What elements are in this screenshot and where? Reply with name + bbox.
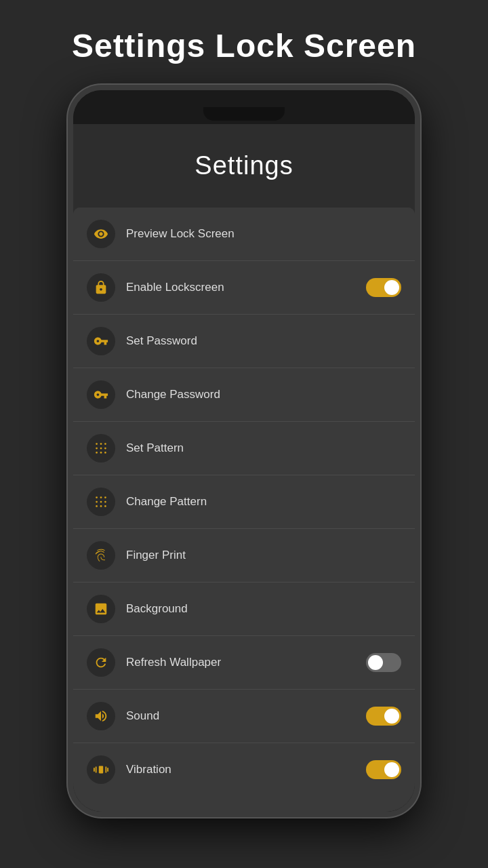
svg-point-4	[100, 448, 102, 450]
eye-icon	[87, 220, 115, 248]
screen-header: Settings	[73, 124, 415, 201]
finger-print-label: Finger Print	[126, 549, 401, 562]
settings-item-refresh-wallpaper[interactable]: Refresh Wallpaper	[73, 636, 415, 690]
pattern-icon	[87, 488, 115, 516]
preview-lock-screen-label: Preview Lock Screen	[126, 227, 401, 241]
set-password-label: Set Password	[126, 334, 401, 348]
enable-lockscreen-toggle[interactable]	[366, 278, 401, 297]
phone-screen: Settings Preview Lock ScreenEnable Locks…	[73, 124, 415, 812]
key-icon	[87, 380, 115, 409]
svg-point-14	[104, 501, 106, 503]
notch	[203, 107, 285, 121]
settings-item-set-password[interactable]: Set Password	[73, 315, 415, 368]
change-password-label: Change Password	[126, 388, 401, 401]
page-title: Settings Lock Screen	[72, 27, 416, 64]
phone-side-btn	[418, 226, 420, 267]
settings-item-vibration[interactable]: Vibration	[73, 743, 415, 796]
refresh-wallpaper-label: Refresh Wallpaper	[126, 656, 366, 669]
phone-top	[73, 90, 415, 124]
lock-icon	[87, 273, 115, 302]
phone-frame: Settings Preview Lock ScreenEnable Locks…	[68, 85, 420, 817]
svg-point-5	[104, 448, 106, 450]
svg-point-17	[104, 505, 106, 507]
settings-item-change-password[interactable]: Change Password	[73, 368, 415, 422]
refresh-wallpaper-toggle[interactable]	[366, 653, 401, 672]
svg-point-7	[100, 452, 102, 454]
background-label: Background	[126, 602, 401, 616]
fingerprint-icon	[87, 541, 115, 570]
settings-item-background[interactable]: Background	[73, 583, 415, 636]
vibration-icon	[87, 755, 115, 784]
svg-point-3	[96, 448, 98, 450]
change-pattern-label: Change Pattern	[126, 495, 401, 509]
settings-item-set-pattern[interactable]: Set Pattern	[73, 422, 415, 475]
svg-point-11	[104, 496, 106, 498]
vibration-toggle[interactable]	[366, 760, 401, 779]
settings-item-preview-lock-screen[interactable]: Preview Lock Screen	[73, 208, 415, 261]
svg-point-10	[100, 496, 102, 498]
settings-item-change-pattern[interactable]: Change Pattern	[73, 475, 415, 529]
sound-icon	[87, 702, 115, 730]
settings-item-sound[interactable]: Sound	[73, 690, 415, 743]
image-icon	[87, 595, 115, 623]
screen-title: Settings	[87, 151, 401, 180]
svg-point-8	[104, 452, 106, 454]
svg-point-9	[96, 496, 98, 498]
svg-point-13	[100, 501, 102, 503]
svg-point-6	[96, 452, 98, 454]
refresh-icon	[87, 648, 115, 677]
svg-point-1	[100, 443, 102, 445]
vibration-label: Vibration	[126, 763, 366, 776]
svg-point-12	[96, 501, 98, 503]
enable-lockscreen-label: Enable Lockscreen	[126, 281, 366, 294]
settings-item-finger-print[interactable]: Finger Print	[73, 529, 415, 583]
settings-list: Preview Lock ScreenEnable LockscreenSet …	[73, 208, 415, 812]
sound-label: Sound	[126, 709, 366, 723]
svg-point-2	[104, 443, 106, 445]
svg-point-0	[96, 443, 98, 445]
svg-point-16	[100, 505, 102, 507]
settings-item-enable-lockscreen[interactable]: Enable Lockscreen	[73, 261, 415, 315]
set-pattern-label: Set Pattern	[126, 441, 401, 455]
pattern-icon	[87, 434, 115, 462]
sound-toggle[interactable]	[366, 707, 401, 726]
svg-point-15	[96, 505, 98, 507]
key-icon	[87, 327, 115, 355]
